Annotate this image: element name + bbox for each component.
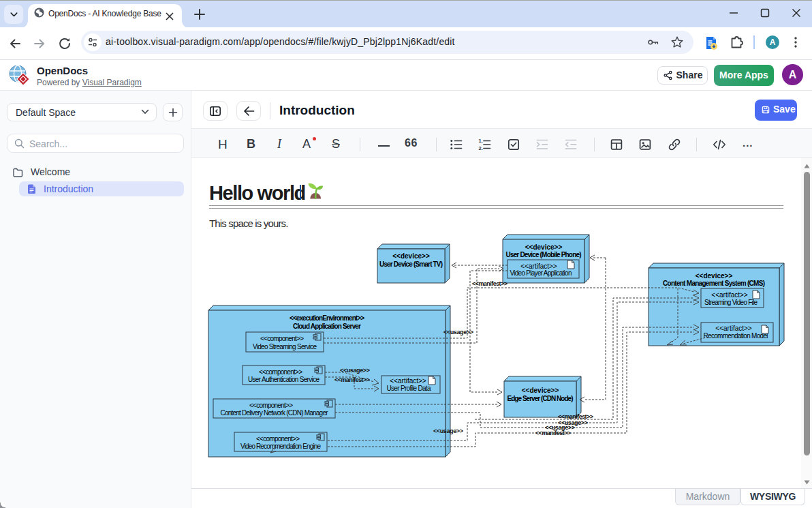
svg-text:2.: 2.	[479, 145, 483, 151]
svg-text:1.: 1.	[479, 138, 483, 144]
